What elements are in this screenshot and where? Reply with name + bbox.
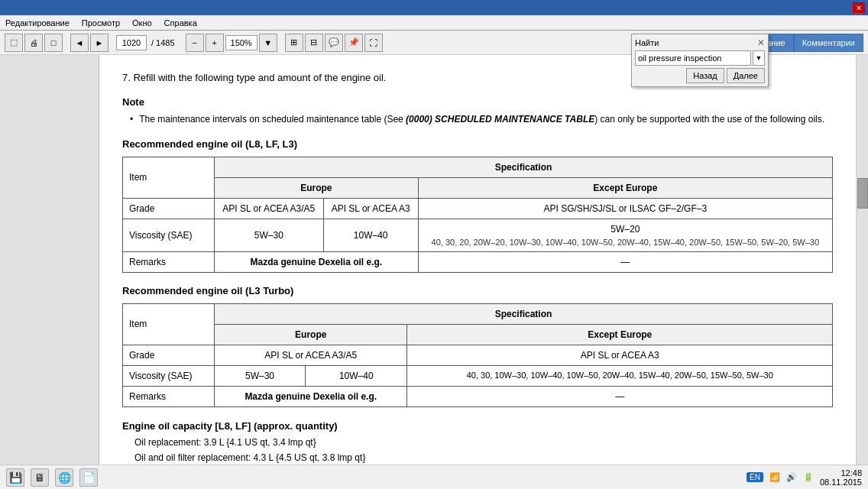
page-total: / 1485 <box>148 38 178 47</box>
nav-forward-btn[interactable]: ► <box>90 34 108 52</box>
system-tray: EN 📶 🔊 🔋 12:48 08.11.2015 <box>747 468 862 487</box>
table1-title: Recommended engine oil (L8, LF, L3) <box>122 137 833 152</box>
capacity-section: Engine oil capacity [L8, LF] (approx. qu… <box>122 418 833 465</box>
table1-grade-europe2: API SL or ACEA A3 <box>323 198 418 219</box>
note-bullet: The maintenance intervals on scheduled m… <box>130 112 833 126</box>
table-row: Viscosity (SAE) 5W–30 10W–40 5W–20 40, 3… <box>123 219 833 252</box>
table2-remarks-except: — <box>407 386 833 406</box>
taskbar-icon-browser[interactable]: 🌐 <box>55 468 73 487</box>
battery-icon: 🔋 <box>803 472 814 482</box>
taskbar-icon-doc[interactable]: 📄 <box>79 468 98 487</box>
note-italic: (0000) SCHEDULED MAINTENANCE TABLE <box>406 114 594 125</box>
scroll-thumb[interactable] <box>857 178 868 209</box>
window-frame: ✕ Редактирование Просмотр Окно Справка ⬚… <box>0 0 868 489</box>
fit-page-btn[interactable]: ⊞ <box>285 34 303 52</box>
sticky-btn[interactable]: 📌 <box>345 34 363 52</box>
table-row: Viscosity (SAE) 5W–30 10W–40 40, 30, 10W… <box>123 365 833 386</box>
note-section: Note The maintenance intervals on schedu… <box>122 95 833 127</box>
table1-grade-europe1: API SL or ACEA A3/A5 <box>215 198 324 219</box>
table2-visc-except: 40, 30, 10W–30, 10W–40, 10W–50, 20W–40, … <box>407 365 833 386</box>
search-panel-header: Найти ✕ <box>635 37 765 48</box>
table2-remarks-item: Remarks <box>123 386 215 406</box>
note-title: Note <box>122 95 833 110</box>
volume-icon: 🔊 <box>786 472 797 482</box>
table1-visc-item: Viscosity (SAE) <box>123 219 215 252</box>
table2-grade-item: Grade <box>123 345 215 365</box>
table-row: Grade API SL or ACEA A3/A5 API SL or ACE… <box>123 345 833 365</box>
menu-view[interactable]: Просмотр <box>79 18 122 28</box>
comments-btn[interactable]: Комментарии <box>794 34 863 52</box>
table1-header-item: Item <box>123 157 215 198</box>
table-row: Remarks Mazda genuine Dexelia oil e.g. — <box>123 252 833 273</box>
page-content: 7. Refill with the following type and am… <box>99 55 856 465</box>
table2-header-item: Item <box>123 303 215 345</box>
left-panel <box>0 55 99 465</box>
toolbar-btn-2[interactable]: 🖨 <box>24 34 43 52</box>
search-dropdown-btn[interactable]: ▼ <box>753 50 765 66</box>
table1-header-spec: Specification <box>215 157 833 177</box>
table1-remarks-europe: Mazda genuine Dexelia oil e.g. <box>215 252 419 273</box>
table1: Item Specification Europe Except Europe … <box>122 157 833 274</box>
table1-visc-europe3: 5W–20 40, 30, 20, 20W–20, 10W–30, 10W–40… <box>418 219 832 252</box>
comment-btn[interactable]: 💬 <box>325 34 343 52</box>
table1-grade-except: API SG/SH/SJ/SL or ILSAC GF–2/GF–3 <box>418 198 832 219</box>
page-number-input[interactable] <box>116 35 147 50</box>
table2-header-except: Except Europe <box>407 324 833 345</box>
note-text: The maintenance intervals on scheduled m… <box>139 112 824 126</box>
toolbar-btn-3[interactable]: □ <box>44 34 63 52</box>
nav-back-btn[interactable]: ◄ <box>70 34 89 52</box>
lang-indicator: EN <box>747 472 763 482</box>
table2-grade-europe2: API SL or ACEA A3 <box>407 345 833 365</box>
toolbar-btn-1[interactable]: ⬚ <box>5 34 23 52</box>
table-row: Grade API SL or ACEA A3/A5 API SL or ACE… <box>123 198 833 219</box>
table2-header-europe: Europe <box>215 324 407 345</box>
search-close-button[interactable]: ✕ <box>757 37 765 48</box>
clock-date: 08.11.2015 <box>820 478 862 487</box>
table2-visc-item: Viscosity (SAE) <box>123 365 215 386</box>
zoom-out-btn[interactable]: − <box>186 34 204 52</box>
table2-header-spec: Specification <box>215 303 833 324</box>
fullscreen-btn[interactable]: ⛶ <box>364 34 383 52</box>
table2-remarks-europe: Mazda genuine Dexelia oil e.g. <box>215 386 407 406</box>
zoom-dropdown-btn[interactable]: ▼ <box>259 34 277 52</box>
title-bar: ✕ <box>0 0 868 15</box>
search-next-btn[interactable]: Далее <box>727 68 765 83</box>
table2-grade-europe1: API SL or ACEA A3/A5 <box>215 345 407 365</box>
scrollbar[interactable] <box>856 55 868 465</box>
table2-section: Recommended engine oil (L3 Turbo) Item S… <box>122 283 833 407</box>
network-icon: 📶 <box>769 472 780 482</box>
close-button[interactable]: ✕ <box>853 2 865 13</box>
menu-bar: Редактирование Просмотр Окно Справка <box>0 15 868 31</box>
clock: 12:48 08.11.2015 <box>820 468 862 487</box>
table2-title: Recommended engine oil (L3 Turbo) <box>122 283 833 299</box>
taskbar-icon-computer[interactable]: 🖥 <box>31 468 49 487</box>
table2: Item Specification Europe Except Europe … <box>122 303 833 407</box>
table1-section: Recommended engine oil (L8, LF, L3) Item… <box>122 137 833 273</box>
table1-header-except: Except Europe <box>418 177 832 198</box>
search-nav-row: Назад Далее <box>635 68 765 83</box>
taskbar: 💾 🖥 🌐 📄 EN 📶 🔊 🔋 12:48 08.11.2015 <box>0 465 868 489</box>
table1-grade-item: Grade <box>123 198 215 219</box>
table1-visc-except: 40, 30, 20, 20W–20, 10W–30, 10W–40, 10W–… <box>425 236 826 249</box>
clock-time: 12:48 <box>820 468 862 478</box>
taskbar-icon-save[interactable]: 💾 <box>6 468 24 487</box>
table2-visc-europe1: 5W–30 <box>215 365 306 386</box>
menu-edit[interactable]: Редактирование <box>3 18 72 28</box>
search-input[interactable] <box>635 50 751 66</box>
capacity-title: Engine oil capacity [L8, LF] (approx. qu… <box>122 418 833 435</box>
main-area: 7. Refill with the following type and am… <box>0 55 868 465</box>
menu-window[interactable]: Окно <box>130 18 154 28</box>
table2-visc-europe2: 10W–40 <box>306 365 407 386</box>
table1-visc-europe1: 5W–30 <box>215 219 324 252</box>
zoom-in-btn[interactable]: + <box>206 34 224 52</box>
zoom-input[interactable] <box>225 35 257 50</box>
table1-remarks-europe-dash: — <box>418 252 832 273</box>
menu-help[interactable]: Справка <box>162 18 199 28</box>
capacity-line2: Oil and oil filter replacement: 4.3 L {4… <box>134 450 833 465</box>
table1-remarks-item: Remarks <box>123 252 215 273</box>
search-prev-btn[interactable]: Назад <box>686 68 724 83</box>
fit-width-btn[interactable]: ⊟ <box>305 34 323 52</box>
search-panel: Найти ✕ ▼ Назад Далее <box>631 34 769 87</box>
table1-visc-europe2: 10W–40 <box>323 219 418 252</box>
note-end: ) can only be supported with the use of … <box>594 114 824 125</box>
